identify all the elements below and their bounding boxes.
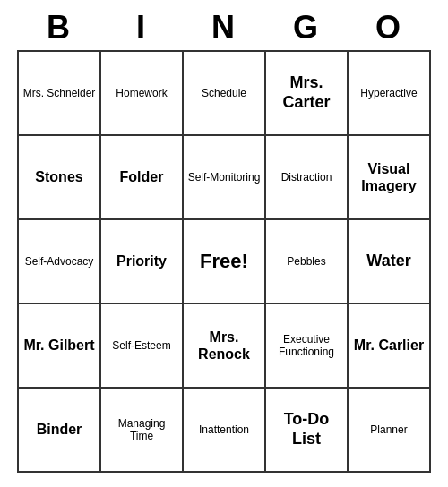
bingo-cell: Homework — [101, 52, 184, 136]
bingo-letter: G — [265, 9, 348, 47]
bingo-cell: Self-Monitoring — [184, 136, 266, 220]
bingo-cell: Hyperactive — [349, 52, 431, 136]
bingo-cell: Mrs. Renock — [184, 304, 266, 389]
bingo-cell: To-Do List — [266, 389, 349, 473]
bingo-cell: Mr. Carlier — [349, 304, 431, 389]
bingo-cell: Pebbles — [266, 220, 349, 304]
bingo-cell: Free! — [184, 220, 266, 304]
bingo-cell: Mrs. Carter — [266, 52, 349, 136]
bingo-letter: B — [18, 9, 100, 47]
bingo-cell: Self-Advocacy — [19, 220, 101, 304]
bingo-cell: Inattention — [184, 389, 266, 473]
bingo-cell: Self-Esteem — [101, 304, 184, 389]
bingo-cell: Executive Functioning — [266, 304, 349, 389]
bingo-cell: Mr. Gilbert — [19, 304, 101, 389]
bingo-cell: Planner — [349, 389, 431, 473]
bingo-cell: Distraction — [266, 136, 349, 220]
bingo-cell: Priority — [101, 220, 184, 304]
bingo-cell: Binder — [19, 389, 101, 473]
bingo-grid: Mrs. SchneiderHomeworkScheduleMrs. Carte… — [17, 50, 431, 473]
bingo-letter: O — [348, 9, 430, 47]
bingo-cell: Managing Time — [101, 389, 184, 473]
bingo-cell: Water — [349, 220, 431, 304]
bingo-cell: Folder — [101, 136, 184, 220]
bingo-cell: Schedule — [184, 52, 266, 136]
bingo-cell: Visual Imagery — [349, 136, 431, 220]
bingo-letter: N — [183, 9, 265, 47]
bingo-letter: I — [100, 9, 183, 47]
bingo-cell: Stones — [19, 136, 101, 220]
bingo-title: BINGO — [18, 9, 430, 47]
bingo-cell: Mrs. Schneider — [19, 52, 101, 136]
